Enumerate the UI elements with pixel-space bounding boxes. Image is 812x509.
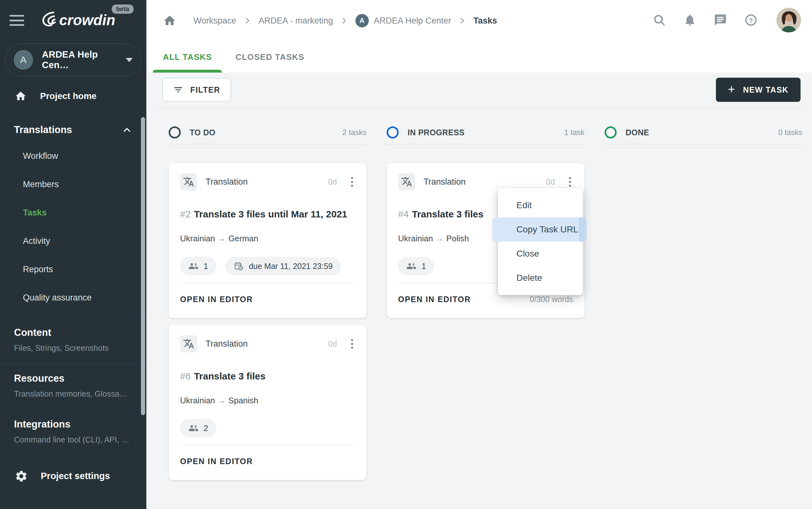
- card-header: Translation 0d: [398, 173, 573, 190]
- translation-icon: [180, 173, 197, 190]
- help-icon[interactable]: ?: [744, 13, 758, 27]
- sidebar-section-translations[interactable]: Translations: [0, 111, 146, 136]
- sidebar-item-project-settings[interactable]: Project settings: [0, 461, 146, 509]
- sidebar-section-content[interactable]: Content Files, Strings, Screenshots: [0, 318, 146, 364]
- sidebar-section-integrations[interactable]: Integrations Command line tool (CLI), AP…: [0, 409, 146, 455]
- members-chip: 1: [180, 257, 216, 275]
- task-title[interactable]: #6Translate 3 files: [180, 371, 355, 382]
- translation-icon: [180, 335, 197, 352]
- notifications-bell-icon[interactable]: [683, 13, 697, 27]
- menu-item-copy-task-url[interactable]: Copy Task URL: [498, 217, 582, 242]
- tab-closed-tasks[interactable]: CLOSED TASKS: [236, 41, 304, 73]
- new-task-button[interactable]: + NEW TASK: [716, 78, 801, 102]
- sidebar-item-reports[interactable]: Reports: [0, 255, 146, 284]
- language-pair: Ukrainian→Spanish: [180, 396, 355, 406]
- tabs: ALL TASKS CLOSED TASKS: [146, 41, 304, 73]
- menu-item-close[interactable]: Close: [498, 242, 582, 266]
- task-age: 0d: [546, 177, 555, 186]
- members-count: 1: [204, 262, 208, 271]
- app-window: crowdin beta A ARDEA Help Cen… Project h…: [0, 0, 812, 509]
- column-header: DONE 0 tasks: [605, 126, 803, 139]
- column-name: DONE: [626, 128, 649, 137]
- menu-item-edit[interactable]: Edit: [498, 193, 582, 217]
- chevron-right-icon: [458, 16, 467, 26]
- kebab-menu-icon[interactable]: [349, 337, 355, 351]
- sidebar: crowdin beta A ARDEA Help Cen… Project h…: [0, 0, 146, 509]
- task-card-6[interactable]: Translation 0d #6Translate 3 files Ukrai…: [169, 325, 366, 480]
- breadcrumb-item-workspace[interactable]: Workspace: [193, 16, 237, 26]
- chevron-right-icon: [243, 16, 252, 26]
- tab-all-tasks[interactable]: ALL TASKS: [163, 41, 212, 73]
- main-content: FILTER + NEW TASK TO DO 2 tasks: [146, 73, 812, 509]
- sidebar-item-label: Project home: [40, 91, 96, 101]
- members-chip: 2: [180, 419, 216, 437]
- filter-button[interactable]: FILTER: [162, 78, 231, 102]
- sidebar-item-workflow[interactable]: Workflow: [0, 142, 146, 170]
- active-tab-underline: [153, 70, 222, 73]
- menu-item-delete[interactable]: Delete: [498, 266, 582, 290]
- translation-icon: [398, 173, 415, 190]
- people-icon: [406, 261, 417, 271]
- task-title[interactable]: #2Translate 3 files until Mar 11, 2021: [180, 209, 355, 219]
- open-in-editor-button[interactable]: OPEN IN EDITOR: [180, 457, 253, 466]
- arrow-icon: →: [433, 234, 447, 243]
- tab-label: ALL TASKS: [163, 52, 212, 62]
- sidebar-item-project-home[interactable]: Project home: [0, 81, 146, 111]
- sidebar-nav: Translations Workflow Members Tasks Acti…: [0, 111, 146, 455]
- search-icon[interactable]: [652, 13, 666, 27]
- task-card-2[interactable]: Translation 0d #2Translate 3 files until…: [169, 163, 366, 318]
- sidebar-section-resources[interactable]: Resources Translation memories, Glossa…: [0, 364, 146, 409]
- task-board: TO DO 2 tasks Translation 0d #2Translate…: [146, 108, 812, 480]
- arrow-icon: →: [215, 234, 228, 243]
- sidebar-item-quality-assurance[interactable]: Quality assurance: [0, 284, 146, 312]
- section-caption: Translation memories, Glossa…: [14, 389, 132, 399]
- filter-label: FILTER: [190, 85, 220, 95]
- members-chip: 1: [398, 257, 434, 275]
- section-label: Integrations: [14, 418, 132, 430]
- top-icons: ?: [652, 8, 801, 32]
- sidebar-top: crowdin beta: [0, 0, 146, 41]
- svg-text:?: ?: [749, 16, 753, 24]
- project-avatar: A: [14, 50, 33, 70]
- people-icon: [188, 261, 199, 271]
- user-avatar[interactable]: [776, 8, 801, 32]
- home-icon[interactable]: [163, 14, 176, 27]
- home-icon: [14, 90, 27, 102]
- card-header: Translation 0d: [180, 173, 355, 190]
- breadcrumb-item-project[interactable]: A ARDEA Help Center: [355, 14, 451, 27]
- column-done: DONE 0 tasks: [605, 108, 803, 480]
- breadcrumb-item-organization[interactable]: ARDEA - marketing: [259, 16, 333, 26]
- card-divider: [180, 283, 355, 283]
- beta-badge: beta: [112, 4, 134, 14]
- word-count: 0/300 words: [530, 295, 573, 304]
- column-header: IN PROGRESS 1 task: [387, 126, 585, 139]
- sidebar-scrollbar[interactable]: [141, 117, 145, 415]
- chevron-up-icon: [121, 125, 132, 135]
- kebab-menu-icon[interactable]: [349, 175, 355, 189]
- people-icon: [188, 423, 199, 433]
- logo-wordmark: crowdin: [59, 12, 115, 28]
- arrow-icon: →: [215, 396, 228, 405]
- project-selector[interactable]: A ARDEA Help Cen…: [5, 43, 141, 76]
- kebab-menu-icon[interactable]: [567, 175, 573, 189]
- task-age: 0d: [328, 339, 337, 348]
- sidebar-item-tasks[interactable]: Tasks: [0, 199, 146, 227]
- open-in-editor-button[interactable]: OPEN IN EDITOR: [398, 295, 471, 304]
- status-circle-icon: [605, 126, 616, 138]
- language-pair: Ukrainian→German: [180, 234, 355, 243]
- messages-icon[interactable]: [713, 13, 727, 27]
- column-todo: TO DO 2 tasks Translation 0d #2Translate…: [169, 108, 366, 480]
- card-divider: [180, 445, 355, 445]
- sidebar-item-members[interactable]: Members: [0, 170, 146, 199]
- status-circle-icon: [387, 126, 399, 138]
- breadcrumb-item-label: ARDEA Help Center: [374, 16, 451, 26]
- card-header: Translation 0d: [180, 335, 355, 352]
- sidebar-item-activity[interactable]: Activity: [0, 227, 146, 255]
- hamburger-menu-icon[interactable]: [9, 15, 24, 26]
- status-circle-icon: [169, 126, 181, 138]
- members-count: 2: [204, 424, 208, 433]
- column-header: TO DO 2 tasks: [169, 126, 366, 139]
- project-avatar: A: [355, 14, 369, 27]
- open-in-editor-button[interactable]: OPEN IN EDITOR: [180, 295, 253, 304]
- task-type: Translation: [206, 339, 248, 349]
